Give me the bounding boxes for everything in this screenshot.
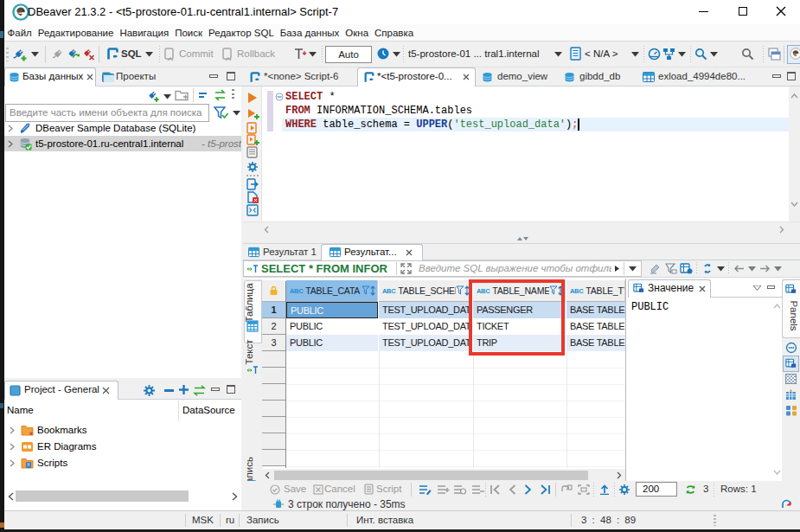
svg-text:Panels: Panels [789, 300, 797, 330]
svg-text:Текст: Текст [246, 339, 254, 365]
svg-text:Таблица: Таблица [246, 283, 254, 323]
